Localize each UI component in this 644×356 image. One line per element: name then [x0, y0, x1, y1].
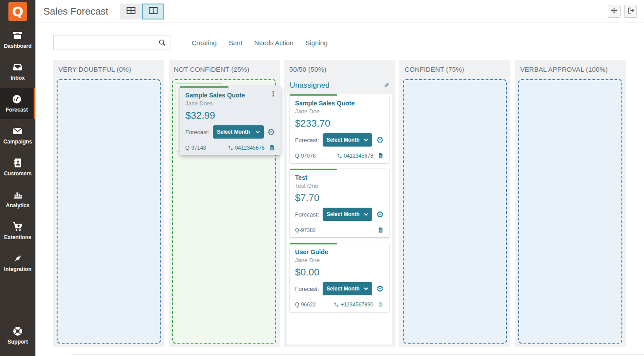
- kebab-menu-icon[interactable]: ⋮: [270, 90, 277, 98]
- top-header: Sales Forecast: [35, 0, 644, 23]
- gauge-icon: [11, 94, 23, 104]
- forecast-month-select[interactable]: Select Month: [323, 133, 373, 147]
- sign-out-button[interactable]: [624, 5, 637, 18]
- phone-icon: [228, 145, 233, 151]
- sidebar-item-analytics[interactable]: Analytics: [0, 183, 35, 214]
- app-logo[interactable]: Q: [0, 0, 35, 23]
- sidebar-item-dashboard[interactable]: Dashboard: [0, 24, 35, 55]
- group-header: Unassigned ✎: [284, 77, 395, 94]
- search-box: [53, 35, 170, 50]
- sidebar-item-support[interactable]: Support: [0, 320, 35, 351]
- filter-row: Creating Sent Needs Action Signing: [35, 23, 644, 50]
- column-title: VERBAL APPROVAL (100%): [515, 60, 626, 77]
- edit-pencil-icon[interactable]: ✎: [384, 82, 389, 89]
- sidebar-item-inbox[interactable]: Inbox: [0, 56, 35, 87]
- document-icon[interactable]: [378, 227, 384, 233]
- quote-id: Q-96622: [295, 302, 316, 308]
- phone-link[interactable]: 0412345678: [337, 153, 374, 159]
- document-icon[interactable]: [269, 144, 275, 151]
- archive-box-icon: [12, 30, 23, 41]
- move-icon: [610, 7, 618, 16]
- logo-q-icon: Q: [8, 2, 27, 21]
- group-name: Unassigned: [290, 81, 330, 90]
- phone-link[interactable]: 0412345678: [228, 145, 265, 151]
- card-contact: Jane Doe: [295, 108, 384, 115]
- quote-id: Q-97382: [295, 227, 316, 233]
- column-confident: CONFIDENT (75%): [399, 60, 510, 347]
- sidebar-item-forecast[interactable]: Forecast: [0, 88, 35, 119]
- sidebar: Q Dashboard Inbox Forecast Campaigns: [0, 0, 35, 356]
- sidebar-item-extentions[interactable]: Extentions: [0, 215, 35, 246]
- envelope-icon: [12, 126, 23, 136]
- column-view-button[interactable]: [142, 4, 164, 19]
- sidebar-item-label: Analytics: [6, 202, 29, 209]
- card-title: Sample Sales Quote: [295, 100, 384, 107]
- sidebar-item-label: Support: [8, 339, 28, 345]
- chevron-down-icon: [364, 213, 368, 216]
- gear-icon[interactable]: ⚙: [267, 128, 275, 136]
- tab-signing[interactable]: Signing: [305, 39, 328, 46]
- quote-id: Q-97148: [185, 145, 206, 151]
- sidebar-item-label: Extentions: [4, 234, 31, 240]
- tab-creating[interactable]: Creating: [192, 39, 217, 46]
- forecast-label: Forecast:: [295, 211, 319, 218]
- move-button[interactable]: [608, 5, 621, 18]
- header-actions: [608, 5, 637, 18]
- forecast-month-select[interactable]: Select Month: [323, 208, 373, 221]
- forecast-month-select[interactable]: Select Month: [213, 125, 264, 139]
- search-input[interactable]: [54, 35, 157, 50]
- card-contact: Jane Does: [185, 100, 275, 107]
- status-tabs: Creating Sent Needs Action Signing: [192, 39, 328, 46]
- sidebar-item-label: Inbox: [11, 75, 25, 81]
- forecast-board: VERY DOUBTFUL (0%) NOT CONFIDENT (25%) S…: [53, 60, 626, 347]
- column-50-50: 50/50 (50%) Unassigned ✎ Sample Sales Qu…: [284, 60, 395, 347]
- gear-icon[interactable]: ⚙: [376, 210, 384, 219]
- forecast-month-select[interactable]: Select Month: [323, 282, 373, 295]
- column-title: 50/50 (50%): [284, 60, 395, 77]
- card-being-dragged[interactable]: ⋮ Sample Sales Quote Jane Does $32.99 Fo…: [180, 86, 281, 155]
- gear-icon[interactable]: ⚙: [376, 135, 384, 144]
- column-title: VERY DOUBTFUL (0%): [53, 60, 164, 77]
- select-month-value: Select Month: [217, 129, 250, 135]
- life-ring-icon: [12, 326, 23, 337]
- table-view-button[interactable]: [120, 4, 142, 19]
- tab-sent[interactable]: Sent: [229, 39, 243, 46]
- dropzone-verbal-approval[interactable]: [518, 79, 622, 344]
- column-title: CONFIDENT (75%): [399, 60, 510, 77]
- card-sample-sales-quote[interactable]: Sample Sales Quote Jane Doe $233.70 Fore…: [290, 94, 389, 163]
- document-icon[interactable]: [378, 152, 384, 159]
- sidebar-item-campaigns[interactable]: Campaigns: [0, 120, 35, 151]
- card-test[interactable]: Test Test One $7.70 Forecast: Select Mon…: [290, 169, 389, 237]
- tab-needs-action[interactable]: Needs Action: [255, 39, 293, 46]
- card-amount: $233.70: [295, 118, 384, 129]
- chevron-down-icon: [364, 287, 368, 290]
- card-user-guide[interactable]: User Guide Jane Doe $0.00 Forecast: Sele…: [290, 243, 389, 312]
- phone-icon: [337, 153, 342, 159]
- card-contact: Test One: [295, 182, 384, 189]
- sidebar-item-integration[interactable]: Integration: [0, 247, 35, 278]
- phone-link[interactable]: +1234567890: [334, 302, 374, 308]
- inbox-icon: [12, 62, 23, 73]
- forecast-label: Forecast:: [295, 137, 319, 143]
- dropzone-confident[interactable]: [403, 79, 507, 344]
- select-month-value: Select Month: [327, 137, 360, 143]
- sidebar-item-label: Customers: [4, 170, 32, 177]
- card-title: Test: [295, 174, 384, 181]
- sidebar-item-label: Campaigns: [4, 139, 32, 145]
- sidebar-item-customers[interactable]: Customers: [0, 151, 35, 182]
- gear-icon[interactable]: ⚙: [376, 284, 384, 293]
- quote-id: Q-97076: [295, 153, 316, 159]
- main-area: Sales Forecast: [35, 0, 644, 356]
- dropzone-not-confident[interactable]: Sample Sales Quote Jane Does $32.99 Fore…: [172, 79, 276, 344]
- sidebar-item-label: Forecast: [6, 107, 28, 113]
- search-icon[interactable]: [157, 39, 170, 46]
- column-very-doubtful: VERY DOUBTFUL (0%): [53, 60, 164, 347]
- card-title: User Guide: [295, 248, 384, 255]
- cart-plus-icon: [12, 221, 23, 232]
- card-amount: $0.00: [295, 267, 384, 278]
- plug-icon: [12, 253, 23, 264]
- column-title: NOT CONFIDENT (25%): [169, 60, 280, 77]
- phone-number: 0412345678: [235, 145, 265, 151]
- dropzone-very-doubtful[interactable]: [57, 79, 161, 344]
- bottom-divider: [71, 354, 644, 355]
